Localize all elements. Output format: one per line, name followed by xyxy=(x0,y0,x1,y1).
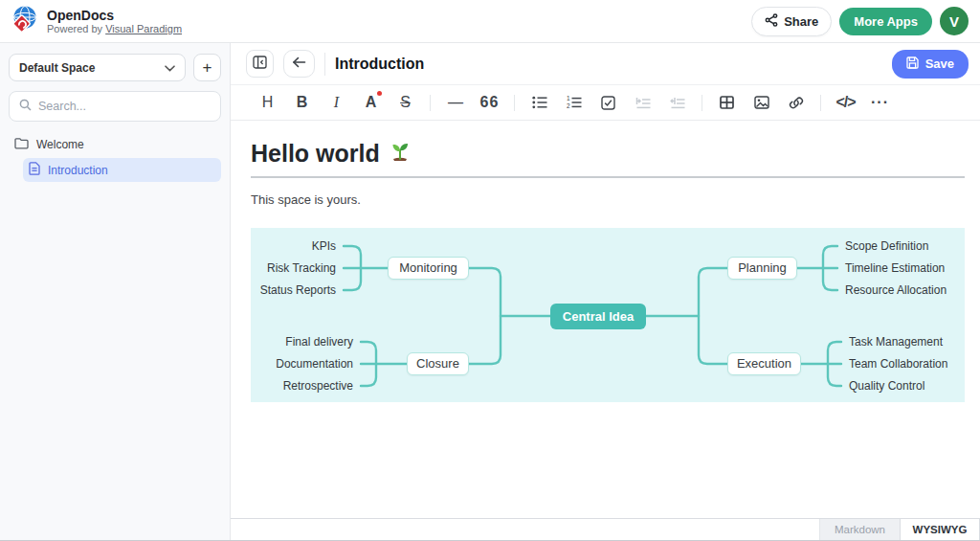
mindmap-leaf: Scope Definition xyxy=(845,237,928,255)
panel-icon xyxy=(253,56,267,72)
brand: OpenDocs Powered by Visual Paradigm xyxy=(10,5,182,38)
add-space-button[interactable]: + xyxy=(193,54,221,81)
search-input[interactable] xyxy=(38,100,211,113)
share-icon xyxy=(765,13,778,30)
document-icon xyxy=(29,162,40,178)
table-button[interactable] xyxy=(714,90,740,115)
indent-icon xyxy=(635,97,651,109)
svg-text:1: 1 xyxy=(567,96,570,101)
image-icon xyxy=(754,96,769,109)
save-button[interactable]: Save xyxy=(892,50,969,79)
quote-button[interactable]: 66 xyxy=(477,90,502,115)
header-divider xyxy=(324,53,325,76)
back-arrow-icon xyxy=(292,56,306,71)
more-apps-button[interactable]: More Apps xyxy=(839,8,932,35)
body-text: This space is yours. xyxy=(251,192,965,207)
mindmap-leaf: KPIs xyxy=(312,237,336,255)
mindmap-node-closure: Closure xyxy=(407,352,469,375)
text-color-button[interactable]: A xyxy=(358,90,384,115)
table-icon xyxy=(720,96,734,109)
app-logo-icon xyxy=(10,5,39,38)
sidebar-tree: Welcome Introduction xyxy=(9,133,221,182)
tab-wysiwyg[interactable]: WYSIWYG xyxy=(900,519,980,540)
brand-text: OpenDocs Powered by Visual Paradigm xyxy=(47,8,182,35)
tree-item-welcome[interactable]: Welcome xyxy=(9,133,221,156)
toolbar-divider xyxy=(514,95,515,111)
mindmap-leaf: Final delivery xyxy=(285,333,353,350)
mindmap-leaf: Timeline Estimation xyxy=(845,259,945,277)
color-dot xyxy=(377,91,382,96)
bullet-list-button[interactable] xyxy=(526,90,552,115)
code-button[interactable]: </> xyxy=(833,90,858,115)
heading-button[interactable]: H xyxy=(255,90,280,115)
mindmap-node-execution: Execution xyxy=(727,352,801,375)
header-actions: Share More Apps V xyxy=(751,7,969,36)
mindmap-leaf: Status Reports xyxy=(260,282,336,299)
formatting-toolbar: H B I A S — 66 12 xyxy=(231,84,980,121)
tab-markdown[interactable]: Markdown xyxy=(819,519,900,540)
document-content[interactable]: Hello world This space is yours. xyxy=(231,121,980,518)
mindmap-leaf: Documentation xyxy=(276,355,353,372)
status-bar: Markdown WYSIWYG xyxy=(231,518,980,540)
outdent-button[interactable] xyxy=(664,90,690,115)
sidebar: Default Space + Welcome xyxy=(0,43,231,540)
toolbar-divider xyxy=(702,95,702,111)
ordered-list-icon: 12 xyxy=(567,96,582,109)
space-selector[interactable]: Default Space xyxy=(9,54,186,81)
search-box[interactable] xyxy=(9,91,221,122)
ordered-list-button[interactable]: 12 xyxy=(561,90,587,115)
toolbar-divider xyxy=(430,95,431,111)
mindmap-leaf: Risk Tracking xyxy=(267,259,336,277)
task-list-icon xyxy=(601,96,615,110)
visual-paradigm-link[interactable]: Visual Paradigm xyxy=(105,23,182,34)
share-button[interactable]: Share xyxy=(751,7,832,36)
svg-text:2: 2 xyxy=(567,102,570,109)
app-name: OpenDocs xyxy=(47,8,182,23)
back-button[interactable] xyxy=(283,50,315,78)
heading-rule xyxy=(251,176,965,178)
sidebar-toggle-button[interactable] xyxy=(246,50,274,78)
mindmap-node-planning: Planning xyxy=(727,257,797,280)
search-icon xyxy=(19,98,32,115)
tree-item-introduction[interactable]: Introduction xyxy=(23,158,221,182)
doc-title: Introduction xyxy=(335,56,424,73)
powered-by: Powered by Visual Paradigm xyxy=(47,23,182,35)
indent-button[interactable] xyxy=(630,90,656,115)
horizontal-rule-button[interactable]: — xyxy=(442,90,468,115)
editor-main: Introduction Save H B I A S — 66 xyxy=(231,43,980,540)
top-header: OpenDocs Powered by Visual Paradigm Shar… xyxy=(0,0,980,43)
mindmap-diagram[interactable]: KPIs Risk Tracking Status Reports Final … xyxy=(251,228,965,402)
app-window: OpenDocs Powered by Visual Paradigm Shar… xyxy=(0,0,980,541)
mindmap-node-monitoring: Monitoring xyxy=(388,257,469,280)
link-button[interactable] xyxy=(783,90,809,115)
task-list-button[interactable] xyxy=(595,90,621,115)
bullet-list-icon xyxy=(532,96,547,109)
mindmap-leaf: Task Management xyxy=(849,333,943,350)
mindmap-leaf: Retrospective xyxy=(283,377,353,394)
bold-button[interactable]: B xyxy=(289,90,315,115)
strikethrough-button[interactable]: S xyxy=(392,90,418,115)
mindmap-leaf: Quality Control xyxy=(849,377,924,394)
avatar[interactable]: V xyxy=(940,7,969,35)
mindmap-leaf: Team Collaboration xyxy=(849,355,947,372)
image-button[interactable] xyxy=(748,90,774,115)
more-button[interactable]: ··· xyxy=(867,90,893,115)
italic-button[interactable]: I xyxy=(323,90,349,115)
mindmap-node-central: Central Idea xyxy=(550,304,646,329)
folder-icon xyxy=(14,137,29,152)
doc-header: Introduction Save xyxy=(231,43,980,84)
save-icon xyxy=(906,56,919,72)
mindmap-leaf: Resource Allocation xyxy=(845,282,947,299)
link-icon xyxy=(789,96,804,110)
doc-heading: Hello world xyxy=(251,139,965,168)
chevron-down-icon xyxy=(165,61,175,75)
seedling-icon xyxy=(389,139,412,168)
outdent-icon xyxy=(670,97,685,109)
toolbar-divider xyxy=(820,95,821,111)
